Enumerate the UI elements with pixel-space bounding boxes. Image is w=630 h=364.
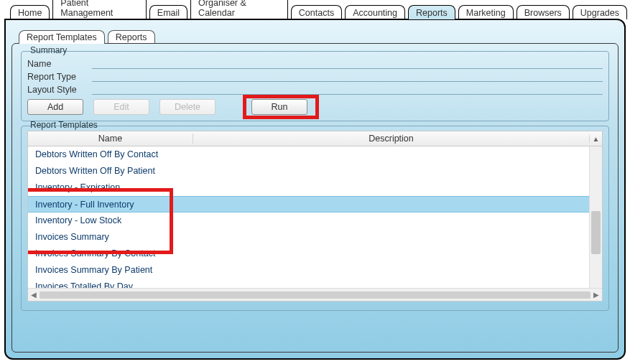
summary-layout-value bbox=[92, 85, 603, 95]
vertical-scroll-thumb[interactable] bbox=[591, 211, 601, 254]
summary-legend: Summary bbox=[27, 45, 70, 55]
tab-contacts[interactable]: Contacts bbox=[291, 5, 342, 19]
templates-header: Name Description ▲ bbox=[27, 131, 603, 146]
inner-tab-reports[interactable]: Reports bbox=[108, 30, 155, 44]
summary-fieldset: Summary Name Report Type Layout Style Ad… bbox=[21, 51, 609, 121]
templates-fieldset: Report Templates Name Description ▲ Debt… bbox=[21, 126, 609, 311]
scroll-left-icon[interactable]: ◀ bbox=[31, 291, 37, 299]
table-row[interactable]: Inventory - Expiration bbox=[28, 179, 602, 196]
inner-tab-report-templates[interactable]: Report Templates bbox=[19, 30, 105, 44]
table-row[interactable]: Debtors Written Off By Patient bbox=[28, 163, 602, 179]
summary-name-value bbox=[92, 59, 603, 69]
table-row[interactable]: Invoices Summary By Contact bbox=[28, 246, 602, 262]
tab-reports[interactable]: Reports bbox=[408, 5, 455, 19]
summary-type-label: Report Type bbox=[27, 72, 92, 82]
templates-legend: Report Templates bbox=[27, 120, 101, 130]
tab-marketing[interactable]: Marketing bbox=[458, 5, 514, 19]
summary-name-row: Name bbox=[27, 59, 603, 69]
summary-type-value bbox=[92, 72, 603, 82]
tab-accounting[interactable]: Accounting bbox=[345, 5, 405, 19]
summary-button-row: Add Edit Delete Run bbox=[27, 99, 603, 115]
app-root: Home Patient Management Email Organiser … bbox=[0, 0, 630, 364]
delete-button: Delete bbox=[159, 99, 216, 115]
edit-button: Edit bbox=[93, 99, 149, 115]
top-tab-strip: Home Patient Management Email Organiser … bbox=[0, 0, 630, 19]
col-description-header[interactable]: Description bbox=[193, 134, 589, 144]
tab-browsers[interactable]: Browsers bbox=[516, 5, 570, 19]
run-button[interactable]: Run bbox=[251, 99, 307, 115]
reports-panel: Report Templates Reports Summary Name Re… bbox=[4, 19, 626, 360]
inner-tab-strip: Report Templates Reports bbox=[11, 26, 619, 43]
scroll-right-icon[interactable]: ▶ bbox=[593, 291, 599, 299]
summary-layout-row: Layout Style bbox=[27, 85, 603, 95]
scroll-up-icon[interactable]: ▲ bbox=[589, 135, 602, 143]
table-row[interactable]: Invoices Summary bbox=[28, 229, 602, 246]
tab-home[interactable]: Home bbox=[10, 5, 50, 19]
tab-patient-management[interactable]: Patient Management bbox=[52, 0, 147, 19]
table-row[interactable]: Invoices Summary By Patient bbox=[28, 262, 602, 279]
report-templates-pane: Summary Name Report Type Layout Style Ad… bbox=[11, 43, 619, 353]
horizontal-scroll-track[interactable] bbox=[40, 291, 590, 299]
table-row[interactable]: Debtors Written Off By Contact bbox=[28, 146, 602, 163]
add-button[interactable]: Add bbox=[27, 99, 83, 115]
tab-email[interactable]: Email bbox=[149, 5, 187, 19]
horizontal-scrollbar[interactable]: ◀ ▶ bbox=[28, 288, 602, 301]
tab-organiser-calendar[interactable]: Organiser & Calendar bbox=[190, 0, 288, 19]
tab-upgrades[interactable]: Upgrades bbox=[573, 5, 627, 19]
summary-layout-label: Layout Style bbox=[27, 85, 92, 95]
col-name-header[interactable]: Name bbox=[28, 134, 193, 144]
table-row-selected[interactable]: Inventory - Full Inventory bbox=[28, 196, 602, 213]
summary-name-label: Name bbox=[27, 59, 92, 69]
templates-body: Debtors Written Off By Contact Debtors W… bbox=[27, 146, 603, 302]
table-row[interactable]: Inventory - Low Stock bbox=[28, 213, 602, 229]
vertical-scrollbar[interactable] bbox=[589, 146, 602, 288]
summary-type-row: Report Type bbox=[27, 72, 603, 82]
